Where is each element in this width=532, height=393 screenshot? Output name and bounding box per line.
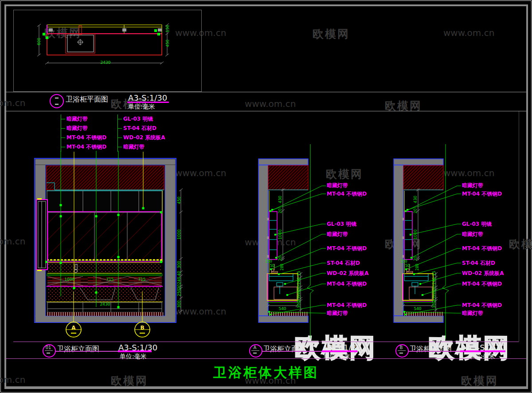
dim: 150 <box>399 260 408 263</box>
material-label: WD-02 系统板A <box>123 135 165 141</box>
frame-bottom-bar <box>4 386 528 389</box>
elevation-unit: 单位:毫米 <box>324 353 351 361</box>
elevation-title: 卫浴柜立面图 <box>263 345 305 354</box>
inner-border-line <box>519 111 519 342</box>
dim: 300 <box>297 298 301 311</box>
dim: 300 <box>432 298 436 311</box>
dim: 540 <box>409 307 426 311</box>
faucet-plan <box>77 26 83 45</box>
dim: 1000 <box>278 228 282 241</box>
watermark-url: www.om.cn <box>0 236 25 247</box>
label-tick <box>118 138 122 138</box>
dim: 1000 <box>63 278 76 282</box>
material-label: 暗藏灯带 <box>327 310 348 316</box>
title-bubble-letter: B <box>395 346 407 350</box>
plan-dim-right-bottom: 450 <box>166 38 170 49</box>
scale-underline <box>118 350 152 352</box>
dim: 715 <box>103 278 117 282</box>
watermark-url: www.om.cn <box>443 28 494 38</box>
watermark-brand: 欧模网 <box>111 373 148 388</box>
dim: 20 <box>414 204 418 218</box>
section-title: 卫浴柜剖面图 <box>409 345 452 354</box>
dim: 300 <box>177 298 181 311</box>
material-label: ST-04 石材D <box>327 260 360 266</box>
frame-top-bar <box>4 4 528 6</box>
material-label: ST-04 石材D <box>123 126 156 131</box>
label-tick <box>61 119 65 119</box>
material-label: MT-04 不锈钢D <box>327 246 367 252</box>
mirror <box>47 212 162 260</box>
cad-drawing-sheet: 欧模网 www.om.cn 欧模网 www.om.cn www.om.cn 欧模… <box>0 0 532 393</box>
label-tick <box>118 128 122 129</box>
material-label: GL-03 明镜 <box>123 116 153 122</box>
strip-line <box>13 342 519 342</box>
dim: 715 <box>135 278 149 282</box>
countertop-plan <box>47 25 162 55</box>
ceiling-void-hatch <box>47 166 164 190</box>
bubble-chord <box>45 350 53 351</box>
floor-tile-strip <box>47 312 163 316</box>
dim: 50 <box>268 264 277 268</box>
watermark-url: www.om.cn <box>0 98 25 108</box>
strip-line <box>5 111 526 111</box>
dim: 2430 <box>96 303 114 307</box>
material-label: GL-03 明镜 <box>462 221 492 227</box>
material-label: 暗藏灯带 <box>462 232 483 237</box>
material-label: 暗藏灯带 <box>66 126 88 131</box>
watermark-brand: 欧模网 <box>461 373 498 388</box>
material-label: MT-04 不锈钢D <box>327 281 367 287</box>
material-label: 暗藏灯带 <box>66 116 88 122</box>
section-letter-b: B <box>139 325 146 330</box>
watermark-url: www.om.cn <box>0 374 25 385</box>
elevation-title: 卫浴柜立面图 <box>57 345 99 354</box>
dim: 50 <box>403 264 412 268</box>
plan-dim-left: 600 <box>37 35 41 48</box>
plan-title: 卫浴柜平面图 <box>66 95 108 104</box>
label-tick <box>61 128 65 129</box>
title-bubble-letter: A <box>249 346 261 350</box>
elevation-unit: 单位:毫米 <box>120 353 147 361</box>
dim: 280 <box>281 262 284 272</box>
bubble-dash <box>47 353 50 354</box>
material-label: MT-04 不锈钢D <box>462 191 502 197</box>
section-unit: 单位:毫米 <box>468 353 495 361</box>
dim: 450 <box>177 194 181 207</box>
dim: 1000 <box>177 228 181 241</box>
watermark-brand: 欧模网 <box>313 27 350 41</box>
drawer-band-lower <box>47 287 163 302</box>
bubble-chord <box>251 350 259 351</box>
section-letter-a: A <box>70 325 77 330</box>
plan-dim-lines <box>37 24 169 64</box>
scale-underline <box>460 350 505 352</box>
material-label: MT-04 不锈钢D <box>462 246 502 252</box>
dim: 20 <box>278 204 282 218</box>
strip-line <box>5 92 526 92</box>
plan-view-drawing <box>13 10 202 92</box>
bubble-dash <box>399 353 403 354</box>
vanity-cabinet-section <box>403 274 433 303</box>
material-label: MT-04 不锈钢D <box>462 281 502 287</box>
label-tick <box>61 138 65 138</box>
material-label: GL-03 明镜 <box>327 221 356 227</box>
material-label: ST-04 石材D <box>462 260 495 266</box>
bubble-chord <box>398 350 406 351</box>
plan-dim-right-top: 150 <box>166 24 170 34</box>
material-label: MT-04 不锈钢D <box>327 191 367 197</box>
material-label: 暗藏灯带 <box>327 232 348 237</box>
sheet-title: 卫浴柜体大样图 <box>195 364 337 382</box>
strip-line <box>5 358 526 359</box>
material-label: MT-04 不锈钢D <box>327 303 367 308</box>
material-label: 暗藏灯带 <box>462 310 483 316</box>
dim: 540 <box>274 307 291 311</box>
watermark-brand: 欧模网 <box>509 237 532 252</box>
plan-scale: A3-S:1/30 <box>128 93 167 102</box>
frame-left-bar <box>4 4 6 389</box>
material-label: 暗藏灯带 <box>327 183 348 189</box>
dim: 1000 <box>414 228 418 241</box>
scale-underline <box>322 350 357 352</box>
material-label: MT-04 不锈钢D <box>462 303 502 308</box>
bubble-dash <box>55 104 59 105</box>
label-tick <box>118 119 122 119</box>
bubble-dash <box>55 98 59 98</box>
material-label: MT-04 不锈钢D <box>66 135 106 141</box>
